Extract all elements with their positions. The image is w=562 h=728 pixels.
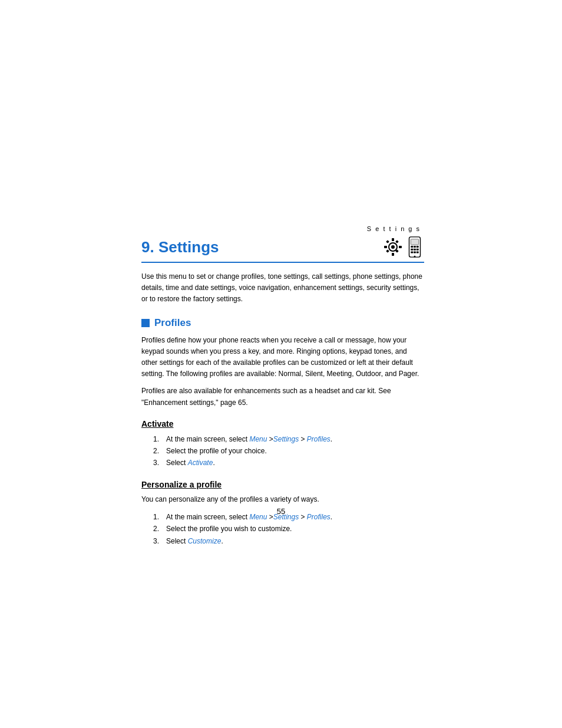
svg-rect-7 bbox=[395, 240, 399, 243]
svg-rect-16 bbox=[414, 249, 416, 251]
activate-profiles-link[interactable]: Profiles bbox=[307, 435, 330, 443]
svg-rect-6 bbox=[386, 240, 389, 243]
activate-heading: Activate bbox=[141, 419, 424, 429]
personalize-step3-text: Select Customize. bbox=[166, 535, 223, 547]
personalize-step1: 1. At the main screen, select Menu >Sett… bbox=[153, 511, 424, 523]
gear-icon bbox=[382, 236, 404, 258]
step-number: 1. bbox=[153, 511, 163, 523]
section-square-icon bbox=[141, 319, 150, 327]
profiles-section-heading: Profiles bbox=[141, 317, 424, 329]
activate-menu-link[interactable]: Menu bbox=[249, 435, 267, 443]
customize-link[interactable]: Customize bbox=[188, 537, 222, 545]
profiles-body1: Profiles define how your phone reacts wh… bbox=[141, 335, 424, 380]
page-number: 55 bbox=[277, 507, 285, 516]
svg-rect-12 bbox=[411, 246, 413, 248]
svg-point-21 bbox=[414, 256, 416, 258]
svg-point-1 bbox=[391, 245, 395, 249]
activate-step3-text: Select Activate. bbox=[166, 457, 215, 469]
svg-rect-14 bbox=[416, 246, 419, 248]
activate-link[interactable]: Activate bbox=[188, 459, 213, 467]
personalize-step2-text: Select the profile you wish to customize… bbox=[166, 523, 292, 535]
svg-rect-17 bbox=[416, 249, 419, 251]
activate-step2: 2. Select the profile of your choice. bbox=[153, 445, 424, 457]
svg-rect-13 bbox=[414, 246, 416, 248]
personalize-intro: You can personalize any of the profiles … bbox=[141, 494, 424, 505]
page: S e t t i n g s 9. Settings bbox=[0, 0, 562, 728]
chapter-header: 9. Settings bbox=[141, 236, 424, 263]
personalize-step1-text: At the main screen, select Menu >Setting… bbox=[166, 511, 332, 523]
svg-rect-2 bbox=[392, 238, 394, 241]
svg-rect-3 bbox=[392, 253, 394, 256]
svg-rect-8 bbox=[386, 249, 389, 253]
svg-rect-20 bbox=[416, 252, 419, 253]
svg-rect-15 bbox=[411, 249, 413, 251]
svg-rect-18 bbox=[411, 252, 413, 253]
step-number: 2. bbox=[153, 445, 163, 457]
intro-paragraph: Use this menu to set or change profiles,… bbox=[141, 271, 424, 305]
personalize-profiles-link[interactable]: Profiles bbox=[307, 513, 330, 521]
step-number: 3. bbox=[153, 535, 163, 547]
svg-rect-4 bbox=[384, 246, 387, 248]
activate-step3: 3. Select Activate. bbox=[153, 457, 424, 469]
profiles-section-title: Profiles bbox=[154, 317, 191, 329]
personalize-step3: 3. Select Customize. bbox=[153, 535, 424, 547]
step-number: 2. bbox=[153, 523, 163, 535]
personalize-heading: Personalize a profile bbox=[141, 480, 424, 489]
svg-rect-5 bbox=[399, 246, 402, 248]
personalize-menu-link[interactable]: Menu bbox=[249, 513, 267, 521]
activate-settings-link[interactable]: Settings bbox=[273, 435, 299, 443]
content-area: 9. Settings bbox=[141, 236, 424, 547]
svg-rect-19 bbox=[414, 252, 416, 253]
profiles-body2: Profiles are also available for enhancem… bbox=[141, 386, 424, 408]
step-number: 1. bbox=[153, 433, 163, 445]
activate-step1-text: At the main screen, select Menu >Setting… bbox=[166, 433, 332, 445]
phone-icon bbox=[405, 236, 424, 258]
svg-rect-11 bbox=[411, 239, 418, 245]
section-label: S e t t i n g s bbox=[367, 225, 421, 232]
step-number: 3. bbox=[153, 457, 163, 469]
chapter-icons bbox=[382, 236, 424, 258]
personalize-step2: 2. Select the profile you wish to custom… bbox=[153, 523, 424, 535]
activate-step2-text: Select the profile of your choice. bbox=[166, 445, 267, 457]
activate-step1: 1. At the main screen, select Menu >Sett… bbox=[153, 433, 424, 445]
chapter-title: 9. Settings bbox=[141, 238, 219, 256]
